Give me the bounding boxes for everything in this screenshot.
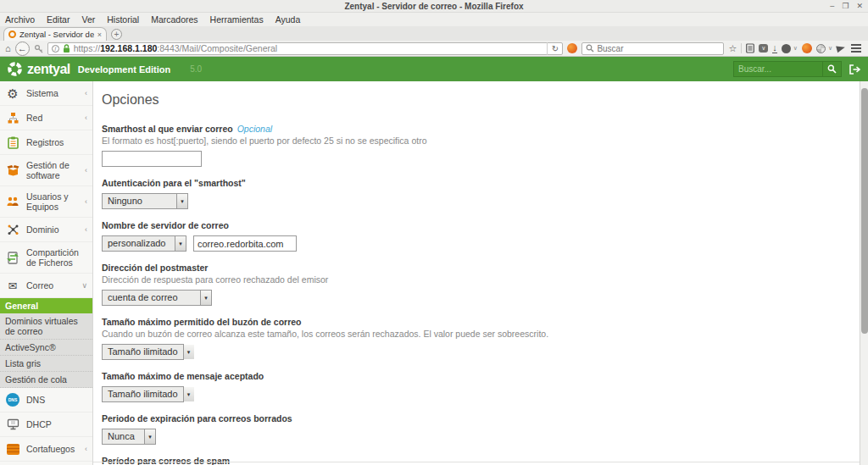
- field-postmaster: Dirección del postmaster Dirección de re…: [102, 263, 853, 306]
- mailbox-size-select[interactable]: Tamaño ilimitado▾: [102, 344, 184, 360]
- network-icon: [6, 111, 19, 125]
- postmaster-select[interactable]: cuenta de correo▾: [102, 290, 212, 306]
- auth-label: Autenticación para el "smarthost": [102, 178, 853, 189]
- home-icon[interactable]: ⌂: [5, 44, 11, 53]
- postmaster-label: Dirección del postmaster: [102, 263, 853, 274]
- select-arrow-icon: ▾: [183, 387, 194, 401]
- extension-ball-icon[interactable]: [567, 43, 577, 53]
- menu-editar[interactable]: Editar: [47, 14, 70, 25]
- edition-label: Development Edition: [78, 64, 170, 75]
- zentyal-gear-icon: [7, 61, 23, 77]
- search-bar[interactable]: [581, 42, 724, 55]
- menu-hamburger-icon[interactable]: [851, 47, 861, 49]
- sidebar-item-cortafuegos[interactable]: Cortafuegos ‹: [0, 437, 92, 462]
- clipboard-icon: [6, 136, 19, 149]
- select-arrow-icon: ▾: [175, 236, 186, 251]
- sidebar-item-gestion-software[interactable]: Gestión de software ‹: [0, 155, 92, 186]
- correo-submenu: General Dominios virtuales de correo Act…: [0, 298, 92, 388]
- submenu-item-general[interactable]: General: [0, 298, 92, 313]
- submenu-item-activesync[interactable]: ActiveSync®: [0, 340, 92, 356]
- search-magnifier-icon: [586, 44, 594, 53]
- domain-nodes-icon: [6, 223, 19, 236]
- zentyal-search-button[interactable]: [822, 61, 841, 77]
- menu-historial[interactable]: Historial: [107, 14, 139, 25]
- menu-herramientas[interactable]: Herramientas: [210, 14, 264, 25]
- submenu-item-lista-gris[interactable]: Lista gris: [0, 356, 92, 372]
- submenu-item-gestion-cola[interactable]: Gestión de cola: [0, 372, 92, 388]
- sidebar-item-registros[interactable]: Registros: [0, 130, 92, 155]
- sidebar-item-dominio[interactable]: Dominio ‹: [0, 218, 92, 242]
- firewall-icon: [7, 444, 19, 455]
- sidebar-item-correo[interactable]: ✉ Correo ∨: [0, 274, 92, 298]
- smarthost-help: El formato es host[:puerto], siendo el p…: [102, 136, 853, 147]
- forward-button[interactable]: [34, 44, 43, 53]
- chevron-down-icon[interactable]: ∨: [793, 45, 798, 52]
- menu-ayuda[interactable]: Ayuda: [275, 14, 301, 25]
- tab-bar: Zentyal - Servidor de c... × +: [0, 26, 868, 41]
- field-deleted-expire: Periodo de expiración para correos borra…: [102, 413, 853, 445]
- downloads-icon[interactable]: ↓: [772, 43, 777, 53]
- zentyal-header: zentyal Development Edition 5.0: [0, 57, 868, 81]
- tab-zentyal[interactable]: Zentyal - Servidor de c... ×: [3, 27, 107, 41]
- bookmark-star-icon[interactable]: ☆: [728, 44, 737, 53]
- smarthost-label: Smarthost al que enviar correo: [102, 124, 233, 134]
- close-button[interactable]: ✕: [856, 3, 863, 10]
- zentyal-search-box[interactable]: [733, 61, 842, 77]
- reload-button[interactable]: ↻: [547, 42, 562, 55]
- tab-close-icon[interactable]: ×: [97, 30, 102, 39]
- sidebar-item-dns[interactable]: DNS DNS: [0, 388, 92, 412]
- sidebar-item-sistema[interactable]: ⚙ Sistema ‹: [0, 81, 92, 106]
- sidebar-item-autoridad-certificacion[interactable]: A Autoridad de certificación ‹: [0, 462, 92, 465]
- url-bar[interactable]: i https://192.168.1.180:8443/Mail/Compos…: [47, 42, 564, 55]
- deleted-expire-select[interactable]: Nunca▾: [102, 429, 156, 445]
- servername-label: Nombre de servidor de correo: [102, 220, 853, 231]
- version-label: 5.0: [190, 64, 202, 74]
- brand-name: zentyal: [27, 62, 70, 77]
- window-titlebar: Zentyal - Servidor de correo - Mozilla F…: [0, 0, 868, 13]
- sidebar-item-comparticion-ficheros[interactable]: Compartición de Ficheros: [0, 242, 92, 274]
- message-size-select[interactable]: Tamaño ilimitado▾: [102, 386, 184, 402]
- chevron-down-icon[interactable]: ∨: [828, 45, 832, 52]
- submenu-item-dominios-virtuales[interactable]: Dominios virtuales de correo: [0, 313, 92, 340]
- zentyal-logo: zentyal Development Edition 5.0: [7, 61, 202, 77]
- field-spam-expire: Período para correos de spam Nunca▾: [102, 456, 853, 465]
- site-info-icon[interactable]: i: [52, 45, 59, 53]
- extension-ball2-icon[interactable]: [802, 43, 812, 53]
- mailbox-size-label: Tamaño máximo permitido del buzón de cor…: [102, 317, 853, 328]
- theme-palette-icon[interactable]: [816, 44, 826, 53]
- scrollbar-thumb[interactable]: [861, 88, 868, 334]
- menu-marcadores[interactable]: Marcadores: [151, 14, 198, 25]
- main-content: Opciones Smarthost al que enviar correoO…: [93, 81, 868, 465]
- field-auth: Autenticación para el "smarthost" Ningun…: [102, 178, 853, 209]
- auth-select[interactable]: Ninguno▾: [102, 193, 188, 209]
- sidebar-item-usuarios-equipos[interactable]: Usuarios y Equipos ‹: [0, 186, 92, 218]
- search-input[interactable]: [597, 44, 720, 53]
- tab-title: Zentyal - Servidor de c...: [19, 30, 94, 39]
- servername-input[interactable]: [193, 235, 297, 252]
- sidebar-item-red[interactable]: Red ‹: [0, 106, 92, 130]
- bookmarks-menu-icon[interactable]: [746, 43, 754, 53]
- minimize-button[interactable]: –: [830, 3, 834, 10]
- field-servername: Nombre de servidor de correo personaliza…: [102, 220, 853, 252]
- menu-archivo[interactable]: Archivo: [5, 14, 35, 25]
- smarthost-input[interactable]: [102, 151, 202, 167]
- pocket-icon[interactable]: ∨: [759, 44, 768, 53]
- toolbar-separator: [741, 43, 742, 53]
- zentyal-search-input[interactable]: [734, 64, 822, 74]
- logout-icon[interactable]: [849, 64, 861, 75]
- select-arrow-icon: ▾: [144, 429, 155, 444]
- new-tab-button[interactable]: +: [111, 29, 122, 40]
- scrollbar[interactable]: [860, 81, 868, 465]
- menu-ver[interactable]: Ver: [81, 14, 95, 25]
- dns-icon: DNS: [6, 393, 19, 407]
- maximize-button[interactable]: ❐: [842, 3, 849, 10]
- menu-bar: Archivo Editar Ver Historial Marcadores …: [0, 13, 868, 26]
- send-tab-icon[interactable]: [836, 44, 846, 53]
- sidebar: ⚙ Sistema ‹ Red ‹ Registros Gestión de s…: [0, 81, 93, 465]
- account-globe-icon[interactable]: [782, 44, 791, 53]
- sidebar-item-dhcp[interactable]: DHCP: [0, 412, 92, 437]
- servername-select[interactable]: personalizado▾: [102, 235, 186, 252]
- back-button[interactable]: ←: [15, 42, 30, 56]
- gear-icon: ⚙: [6, 86, 19, 100]
- field-message-size: Tamaño máximo de mensaje aceptado Tamaño…: [102, 371, 853, 402]
